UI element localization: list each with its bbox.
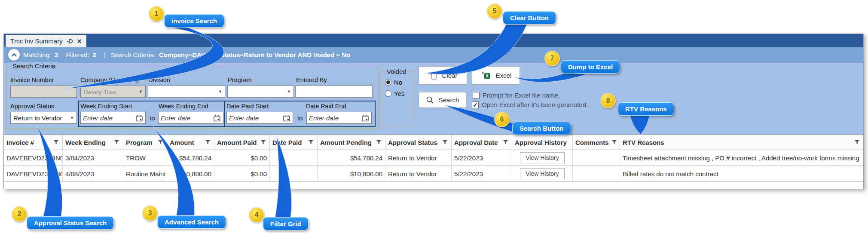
open-excel-label: Open Excel after it's been generated.: [482, 101, 588, 108]
column-header-approval-status[interactable]: Approval Status: [385, 135, 452, 150]
column-header-rtv-reasons[interactable]: RTV Reasons: [620, 135, 863, 150]
callout-balloon-search-button: Search Button: [512, 122, 571, 135]
approval-status-select[interactable]: Return to Vendor ▼: [10, 112, 77, 124]
filter-icon[interactable]: [111, 140, 119, 145]
callout-number-badge: 8: [600, 93, 616, 108]
company-select[interactable]: Davey Tree ▼: [80, 86, 146, 98]
filter-icon[interactable]: [51, 140, 59, 145]
invoice-number-input[interactable]: [10, 86, 77, 98]
column-label: Amount: [170, 139, 194, 146]
filter-icon[interactable]: [258, 140, 266, 145]
voided-no-radio[interactable]: No: [385, 79, 402, 86]
program-label: Program: [228, 77, 252, 83]
matching-value: 2: [55, 51, 58, 58]
search-button[interactable]: Search: [419, 92, 466, 108]
column-label: Date Paid: [272, 139, 302, 146]
excel-button[interactable]: X Excel: [472, 66, 520, 85]
column-header-date-paid[interactable]: Date Paid: [270, 135, 318, 150]
date-paid-end-field[interactable]: [309, 114, 361, 122]
table-row[interactable]: DAVEBEVD2314N01 4/08/2023 Routine Maint …: [4, 166, 863, 182]
calendar-icon[interactable]: [283, 114, 290, 122]
search-icon: [426, 96, 434, 104]
column-header-comments[interactable]: Comments: [573, 135, 620, 150]
calendar-icon[interactable]: [361, 114, 369, 122]
week-ending-end-field[interactable]: [161, 114, 213, 122]
view-history-button[interactable]: View History: [520, 168, 565, 179]
cell-date-paid: [270, 150, 318, 166]
view-history-button[interactable]: View History: [520, 152, 565, 163]
callout-balloon-approval-status-search: Approval Status Search: [27, 216, 114, 230]
column-header-approval-history[interactable]: Approval History: [512, 135, 573, 150]
callout-number-badge: 4: [249, 207, 264, 223]
open-excel-checkbox[interactable]: ✓ Open Excel after it's been generated.: [472, 101, 588, 108]
filter-icon[interactable]: [500, 140, 508, 145]
filtered-label: Filtered:: [66, 51, 89, 58]
filter-icon[interactable]: [373, 140, 382, 145]
column-label: Amount Paid: [217, 139, 257, 146]
cell-comments: [573, 150, 620, 166]
week-ending-end-input[interactable]: [158, 112, 223, 124]
search-button-label: Search: [439, 96, 459, 104]
clear-button[interactable]: Clear: [419, 66, 467, 85]
close-icon[interactable]: ✕: [77, 38, 82, 44]
column-header-invoice[interactable]: Invoice #: [4, 135, 63, 150]
cell-approval-date: 5/22/2023: [452, 150, 512, 166]
date-paid-to-label: to: [297, 114, 303, 122]
svg-text:X: X: [486, 74, 489, 78]
cell-amount-paid: $0.00: [214, 150, 270, 166]
program-select[interactable]: ▼: [227, 86, 294, 98]
cell-amount-pending: $54,780.24: [318, 150, 385, 166]
tab-title: Tmc Inv Summary: [10, 37, 63, 45]
search-criteria-group: Search Criteria Invoice Number Company (…: [6, 66, 379, 129]
table-row[interactable]: DAVEBEVD2309N01 3/04/2023 TROW $54,780.2…: [4, 150, 863, 166]
calendar-icon[interactable]: [135, 114, 143, 122]
filter-icon[interactable]: [609, 140, 617, 145]
pin-icon[interactable]: [67, 38, 73, 44]
prompt-excel-label: Prompt for Excel file name.: [483, 92, 560, 99]
status-bar: Matching: 2 Filtered: 2 | Search Criteri…: [4, 47, 863, 63]
invoice-number-label: Invoice Number: [10, 77, 54, 83]
division-label: Division: [148, 77, 170, 83]
voided-yes-label: Yes: [394, 90, 404, 97]
filter-icon[interactable]: [306, 140, 314, 145]
column-header-week-ending[interactable]: Week Ending: [63, 135, 123, 150]
filter-icon[interactable]: [852, 140, 860, 145]
date-paid-start-input[interactable]: [226, 112, 293, 124]
calendar-icon[interactable]: [213, 114, 221, 122]
cell-approval-status: Return to Vendor: [385, 150, 452, 166]
column-label: Invoice #: [6, 139, 34, 146]
week-ending-start-field[interactable]: [83, 114, 135, 122]
cell-amount-paid: $0.00: [214, 166, 270, 181]
app-window: Tmc Inv Summary ✕ Matching: 2 Filtered: …: [3, 34, 864, 189]
company-value: Davey Tree: [83, 88, 116, 95]
column-header-program[interactable]: Program: [123, 135, 167, 150]
voided-yes-radio[interactable]: Yes: [385, 90, 404, 97]
tab-tmc-inv-summary[interactable]: Tmc Inv Summary ✕: [6, 35, 86, 47]
division-select[interactable]: ▼: [148, 86, 225, 98]
cell-amount: $54,780.24: [167, 150, 214, 166]
search-panel: Search Criteria Invoice Number Company (…: [4, 63, 863, 135]
cell-approval-history: View History: [512, 166, 573, 181]
callout-balloon-dump-to-excel: Dump to Excel: [561, 60, 620, 74]
voided-no-label: No: [394, 79, 402, 86]
week-ending-start-input[interactable]: [80, 112, 146, 124]
filter-icon[interactable]: [440, 140, 448, 145]
cell-week-ending: 4/08/2023: [63, 166, 123, 181]
column-header-amount-paid[interactable]: Amount Paid: [214, 135, 270, 150]
date-paid-start-field[interactable]: [229, 114, 283, 122]
cell-comments: [573, 166, 620, 181]
matching-label: Matching:: [23, 51, 51, 58]
entered-by-input[interactable]: [295, 86, 373, 98]
cell-week-ending: 3/04/2023: [63, 150, 123, 166]
column-header-amount-pending[interactable]: Amount Pending: [318, 135, 385, 150]
filter-icon[interactable]: [202, 140, 211, 145]
cell-program: Routine Maint: [123, 166, 167, 181]
filter-icon[interactable]: [155, 140, 163, 145]
cell-date-paid: [270, 166, 318, 181]
excel-icon: X: [480, 71, 492, 80]
prompt-excel-checkbox[interactable]: Prompt for Excel file name.: [473, 92, 560, 99]
date-paid-end-input[interactable]: [306, 112, 372, 124]
collapse-button[interactable]: [8, 49, 20, 61]
column-header-amount[interactable]: Amount: [167, 135, 214, 150]
column-header-approval-date[interactable]: Approval Date: [452, 135, 512, 150]
